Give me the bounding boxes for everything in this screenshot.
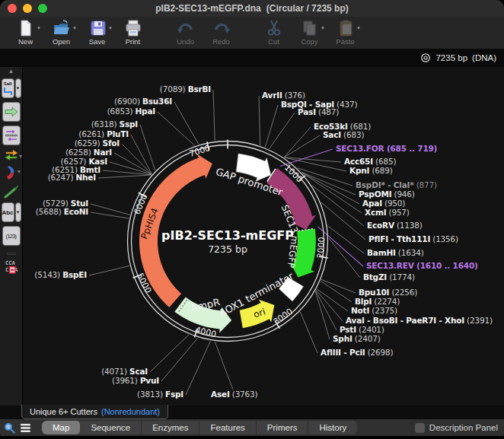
enzyme-cut-icon xyxy=(3,86,13,96)
enzyme-label-HpaI[interactable]: (6853) HpaI xyxy=(107,107,155,116)
panel-list-button[interactable] xyxy=(20,423,31,433)
enzyme-tool-button[interactable]: SalI xyxy=(2,78,14,98)
tab-primers[interactable]: Primers xyxy=(257,421,309,434)
tab-features[interactable]: Features xyxy=(199,421,256,434)
minimize-button[interactable] xyxy=(23,4,32,13)
snapgene-window: pIB2-SEC13-mEGFP.dna(Circular / 7235 bp)… xyxy=(0,0,504,439)
toolbar: ▼ New ▼ Open ▼ Save Print Undo xyxy=(0,17,504,49)
enzyme-label-EcoNI[interactable]: (5688) EcoNI xyxy=(36,207,88,217)
enzyme-label-BamHI[interactable]: BamHI (1634) xyxy=(367,248,424,258)
description-panel-label: Description Panel xyxy=(429,423,498,432)
cut-button[interactable]: Cut xyxy=(256,18,292,46)
new-document-icon xyxy=(18,18,34,38)
titlebar: pIB2-SEC13-mEGFP.dna(Circular / 7235 bp) xyxy=(0,0,504,17)
sequence-type: (DNA) xyxy=(472,53,496,62)
close-button[interactable] xyxy=(8,4,17,13)
save-button[interactable]: ▼ Save xyxy=(79,18,115,46)
enzyme-label-NotI[interactable]: NotI (2375) xyxy=(351,306,397,316)
enzyme-label-AflIII-PciI[interactable]: AflIII - PciI (2698) xyxy=(321,348,393,358)
gc-graph-tool-icon[interactable]: ▼ xyxy=(6,164,17,181)
enzyme-label-SspI[interactable]: (6318) SspI xyxy=(91,119,138,129)
printer-icon xyxy=(124,18,142,38)
pen-tool-icon[interactable] xyxy=(4,185,19,199)
alignment-tool-icon[interactable]: CCA C A xyxy=(3,259,20,277)
text-label-tool-button[interactable]: Abc xyxy=(2,202,14,222)
enzyme-label-SacI[interactable]: SacI (683) xyxy=(323,130,364,140)
search-icon xyxy=(4,422,15,434)
open-button[interactable]: ▼ Open xyxy=(43,18,79,46)
paste-clipboard-icon xyxy=(337,18,354,38)
description-panel-checkbox[interactable] xyxy=(415,423,425,433)
numbering-tool-button[interactable]: (123) xyxy=(2,226,21,246)
svg-text:C: C xyxy=(5,267,8,273)
zoom-button[interactable] xyxy=(38,4,47,13)
enzyme-label-PflFI-Tth111I[interactable]: PflFI - Tth111I (1356) xyxy=(368,234,458,244)
sidebar-scroll-up-icon[interactable]: ▲ xyxy=(8,68,14,75)
primer-label-SEC13-FOR[interactable]: SEC13.FOR (685 .. 719) xyxy=(336,144,437,154)
enzyme-label-BspEI[interactable]: (5143) BspEI xyxy=(34,270,87,280)
save-floppy-icon xyxy=(89,18,106,38)
bottom-tabbar: Map Sequence Enzymes Features Primers Hi… xyxy=(0,419,504,436)
scissors-icon xyxy=(266,18,282,38)
window-title: pIB2-SEC13-mEGFP.dna(Circular / 7235 bp) xyxy=(155,3,349,14)
search-button[interactable] xyxy=(4,422,15,434)
primer-pair-icon xyxy=(4,129,19,142)
filter-mode[interactable]: (Nonredundant) xyxy=(101,407,160,416)
primer-label-SEC13-REV[interactable]: SEC13.REV (1610 .. 1640) xyxy=(366,261,478,271)
filter-bar: Unique 6+ Cutters (Nonredundant) xyxy=(0,406,504,419)
orf-tool-icon[interactable]: ▼ xyxy=(5,149,18,161)
sequence-length: 7235 bp xyxy=(435,53,467,62)
circular-dna-icon xyxy=(420,52,431,63)
window-bottom-edge xyxy=(0,436,504,439)
new-button[interactable]: ▼ New xyxy=(8,18,43,46)
tool-sidebar: ▲ SalI ▼ ▼ xyxy=(0,67,23,406)
enzyme-filter-tab[interactable]: Unique 6+ Cutters (Nonredundant) xyxy=(21,405,168,419)
copy-button[interactable]: ▼ Copy xyxy=(292,18,327,46)
enzyme-label-BtgZI[interactable]: BtgZI (1774) xyxy=(363,272,415,282)
enzyme-label-FspI[interactable]: (3813) FspI xyxy=(137,390,183,399)
tab-map[interactable]: Map xyxy=(42,421,80,434)
enzyme-tool-dropdown[interactable]: ▼ xyxy=(15,78,21,98)
undo-button[interactable]: Undo xyxy=(167,18,203,46)
enzyme-label-Bsu36I[interactable]: (6900) Bsu36I xyxy=(114,97,172,107)
copy-pages-icon xyxy=(301,18,319,38)
primer-tool-button[interactable] xyxy=(2,126,21,145)
enzyme-label-KpnI[interactable]: KpnI (689) xyxy=(349,166,393,176)
undo-arrow-icon xyxy=(176,18,196,38)
text-label-dropdown[interactable]: ▼ xyxy=(15,202,21,222)
svg-text:CCA: CCA xyxy=(5,260,15,266)
feature-tool-button[interactable] xyxy=(2,102,21,122)
tab-enzymes[interactable]: Enzymes xyxy=(142,421,199,434)
filter-label: Unique 6+ Cutters xyxy=(30,407,97,416)
sidebar-divider-handle[interactable] xyxy=(7,253,16,255)
open-folder-icon xyxy=(53,18,71,38)
hamburger-icon xyxy=(20,423,31,433)
paste-button[interactable]: ▼ Paste xyxy=(327,18,363,46)
view-tabs: Map Sequence Enzymes Features Primers Hi… xyxy=(42,421,357,434)
enzyme-label-XcmI[interactable]: XcmI (957) xyxy=(365,208,410,218)
enzyme-label-PvuI[interactable]: (3961) PvuI xyxy=(112,376,159,386)
enzyme-label-PasI[interactable]: PasI (487) xyxy=(298,107,339,117)
feature-arrow-icon xyxy=(4,107,19,117)
redo-arrow-icon xyxy=(212,18,231,38)
tab-history[interactable]: History xyxy=(308,421,357,434)
enzyme-label-BsrBI[interactable]: (7089) BsrBI xyxy=(160,84,211,94)
tab-sequence[interactable]: Sequence xyxy=(80,421,142,434)
enzyme-label-AseI[interactable]: AseI (3763) xyxy=(211,390,257,399)
print-button[interactable]: Print xyxy=(115,18,151,46)
enzyme-label-SphI[interactable]: SphI (2407) xyxy=(333,334,381,344)
enzyme-label-NheI[interactable]: (6247) NheI xyxy=(48,173,96,183)
map-canvas[interactable]: 1000200030004000500060007000GAP promoter… xyxy=(23,67,504,406)
sequence-info-bar: 7235 bp (DNA) xyxy=(0,49,504,67)
redo-button[interactable]: Redo xyxy=(203,18,239,46)
enzyme-label-EcoRV[interactable]: EcoRV (1138) xyxy=(367,221,423,231)
